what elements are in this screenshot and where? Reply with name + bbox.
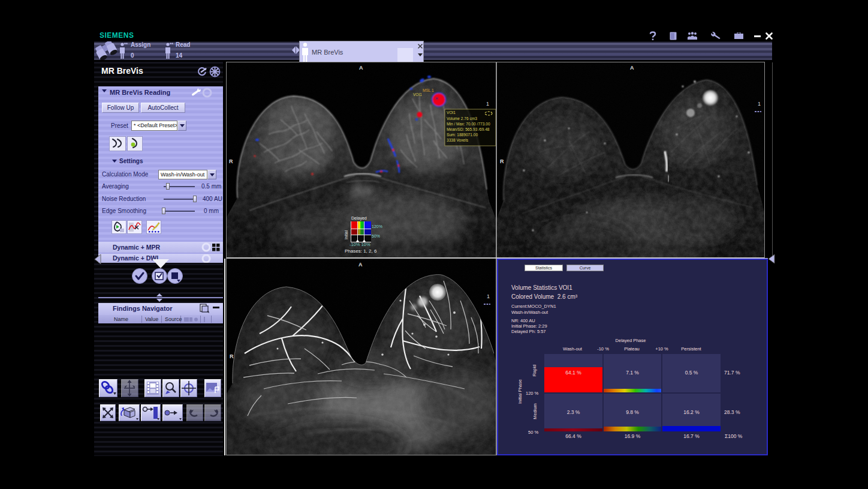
svg-text:R: R [500, 158, 504, 164]
svg-text:Min / Max: 70.00 /773.00: Min / Max: 70.00 /773.00 [447, 122, 490, 126]
svg-text:A: A [358, 262, 363, 268]
svg-text:A: A [630, 65, 634, 71]
svg-text:VOI1: VOI1 [447, 110, 456, 115]
svg-text:1: 1 [758, 101, 761, 107]
svg-text:Sum: 1889071.00: Sum: 1889071.00 [447, 133, 478, 137]
svg-text:R: R [230, 353, 234, 359]
svg-text:1: 1 [486, 101, 489, 107]
svg-text:Mean/SD: 565.93 /69.48: Mean/SD: 565.93 /69.48 [447, 127, 490, 131]
svg-text:Phases: 1, 2, 6: Phases: 1, 2, 6 [345, 248, 377, 254]
svg-text:MSL 1: MSL 1 [423, 88, 434, 92]
svg-text:3338 Voxels: 3338 Voxels [447, 138, 469, 142]
svg-text:1: 1 [487, 293, 490, 299]
svg-text:-10% 10%: -10% 10% [349, 242, 370, 247]
svg-text:R: R [229, 158, 233, 164]
svg-text:Delayed: Delayed [351, 216, 367, 221]
svg-text:Initial: Initial [344, 230, 348, 239]
svg-text:Volume 2.76 cm3: Volume 2.76 cm3 [447, 116, 477, 121]
svg-text:120%: 120% [372, 224, 382, 229]
svg-text:VOI1: VOI1 [413, 92, 422, 97]
svg-text:A: A [359, 65, 363, 71]
svg-text:50%: 50% [372, 234, 380, 238]
